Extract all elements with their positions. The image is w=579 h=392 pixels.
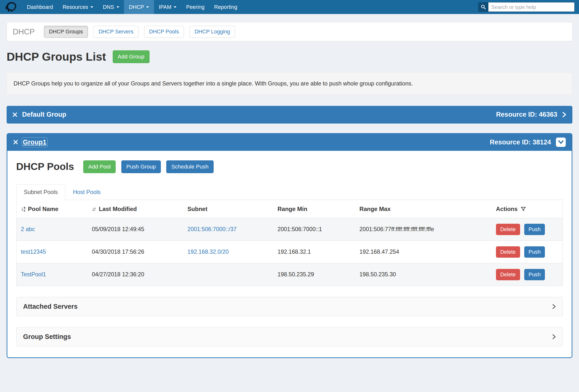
range-min-cell: 198.50.235.29 [273, 263, 355, 286]
dhcp-servers-button[interactable]: DHCP Servers [94, 26, 139, 38]
push-button[interactable]: Push [524, 246, 545, 258]
nav-label: DNS [103, 4, 114, 10]
page-title: DHCP Groups List [7, 50, 106, 63]
section-label: DHCP [13, 27, 35, 36]
column-header-last-modified[interactable]: ↓↑ Last Modified [87, 200, 183, 218]
pool-name-link[interactable]: TestPool1 [21, 271, 46, 278]
nav-item-resources[interactable]: Resources [58, 0, 98, 14]
pool-name-link[interactable]: test12345 [21, 248, 46, 255]
nav-label: Peering [186, 4, 205, 10]
group-body: DHCP Pools Add Pool Push Group Schedule … [7, 151, 572, 358]
dhcp-pools-button[interactable]: DHCP Pools [144, 26, 184, 38]
group-name: Default Group [22, 111, 66, 118]
pool-table-wrap: ↓az Pool Name ↓↑ Last Modified [16, 200, 563, 286]
push-group-button[interactable]: Push Group [121, 160, 161, 173]
nav-label: Resources [63, 4, 88, 10]
resource-id: Resource ID: 38124 [490, 139, 551, 146]
section-label: Group Settings [23, 333, 71, 341]
last-modified-cell: 04/27/2018 12:36:20 [87, 263, 183, 286]
push-button[interactable]: Push [524, 224, 545, 235]
table-row: test12345 04/30/2018 17:56:26 192.168.32… [16, 241, 563, 263]
chevron-right-icon [552, 304, 556, 310]
page-content: DHCP DHCP Groups DHCP Servers DHCP Pools… [0, 22, 579, 367]
mammoth-logo-icon [4, 1, 18, 12]
close-icon[interactable] [13, 140, 18, 145]
schedule-push-button[interactable]: Schedule Push [166, 160, 213, 173]
last-modified-cell: 04/30/2018 17:56:26 [87, 241, 183, 263]
caret-down-icon [116, 6, 119, 8]
push-button[interactable]: Push [524, 269, 545, 280]
delete-button[interactable]: Delete [496, 246, 520, 258]
pools-header-row: DHCP Pools Add Pool Push Group Schedule … [16, 160, 563, 173]
table-header-row: ↓az Pool Name ↓↑ Last Modified [16, 200, 563, 218]
search-input[interactable] [488, 2, 575, 12]
add-pool-button[interactable]: Add Pool [83, 160, 116, 173]
brand-logo[interactable] [3, 0, 22, 14]
dhcp-subnav: DHCP DHCP Groups DHCP Servers DHCP Pools… [7, 22, 572, 41]
group-settings-section[interactable]: Group Settings [16, 327, 563, 346]
chevron-down-icon [558, 139, 564, 146]
column-header-range-min: Range Min [273, 200, 355, 218]
range-min-cell: 192.168.32.1 [273, 241, 355, 263]
close-icon[interactable] [12, 112, 17, 117]
group-bar-group1[interactable]: Group1 Resource ID: 38124 [7, 134, 572, 151]
range-min-cell: 2001:506:7000::1 [273, 218, 355, 241]
table-row: TestPool1 04/27/2018 12:36:20 198.50.235… [16, 263, 563, 286]
group-bar-default-group[interactable]: Default Group Resource ID: 46363 [7, 106, 572, 124]
delete-button[interactable]: Delete [496, 269, 520, 280]
caret-down-icon [146, 6, 149, 8]
chevron-right-icon [552, 334, 556, 340]
sort-alpha-icon: ↓az [21, 206, 25, 212]
dhcp-groups-button[interactable]: DHCP Groups [44, 26, 88, 38]
caret-down-icon [90, 6, 93, 8]
nav-item-dns[interactable]: DNS [98, 0, 124, 14]
subnet-link[interactable]: 2001:506:7000::/37 [187, 226, 236, 232]
sort-icon: ↓↑ [92, 206, 96, 212]
table-row: 2 abc 05/09/2018 12:49:45 2001:506:7000:… [16, 218, 563, 241]
filter-icon[interactable] [520, 206, 526, 212]
nav-item-reporting[interactable]: Reporting [209, 0, 242, 14]
title-row: DHCP Groups List Add Group [7, 50, 572, 63]
last-modified-cell: 05/09/2018 12:49:45 [87, 218, 183, 241]
range-max-cell: 198.50.235.30 [355, 263, 492, 286]
column-header-pool-name[interactable]: ↓az Pool Name [16, 200, 87, 218]
column-header-range-max: Range Max [355, 200, 492, 218]
nav-label: DHCP [129, 4, 144, 10]
main-nav: Dashboard Resources DNS DHCP IPAM Peerin… [22, 0, 242, 14]
add-group-button[interactable]: Add Group [113, 50, 149, 63]
subnet-link[interactable]: 192.168.32.0/20 [187, 248, 229, 255]
nav-label: Dashboard [27, 4, 53, 10]
nav-item-peering[interactable]: Peering [181, 0, 210, 14]
resource-id: Resource ID: 46363 [496, 111, 557, 118]
attached-servers-section[interactable]: Attached Servers [16, 297, 563, 316]
group-name-link[interactable]: Group1 [23, 139, 46, 146]
group-panel-group1: Group1 Resource ID: 38124 DHCP Pools Add… [7, 133, 572, 358]
nav-item-dashboard[interactable]: Dashboard [22, 0, 58, 14]
column-header-subnet: Subnet [183, 200, 273, 218]
pool-tabs: Subnet Pools Host Pools [16, 184, 563, 200]
range-max-cell: 2001:506:77ff:ffff:ffff:ffff:ffff:fffe [355, 218, 492, 241]
description-well: DHCP Groups help you to organize all of … [7, 72, 572, 95]
pools-title: DHCP Pools [16, 161, 74, 172]
range-max-cell: 192.168.47.254 [355, 241, 492, 263]
caret-down-icon [174, 6, 177, 8]
collapse-toggle[interactable] [556, 138, 566, 147]
nav-item-ipam[interactable]: IPAM [154, 0, 181, 14]
dhcp-logging-button[interactable]: DHCP Logging [190, 26, 235, 38]
nav-label: Reporting [214, 4, 237, 10]
nav-item-dhcp[interactable]: DHCP [124, 0, 154, 14]
search-icon[interactable] [478, 2, 488, 12]
column-header-actions: Actions [492, 200, 563, 218]
section-label: Attached Servers [23, 303, 77, 311]
pool-name-link[interactable]: 2 abc [21, 226, 35, 232]
nav-label: IPAM [159, 4, 171, 10]
top-navbar: Dashboard Resources DNS DHCP IPAM Peerin… [0, 0, 579, 14]
delete-button[interactable]: Delete [496, 224, 520, 235]
search-group [478, 2, 575, 12]
tab-host-pools[interactable]: Host Pools [65, 184, 108, 200]
tab-subnet-pools[interactable]: Subnet Pools [16, 184, 65, 200]
chevron-right-icon [562, 111, 567, 118]
pool-table: ↓az Pool Name ↓↑ Last Modified [16, 200, 563, 286]
